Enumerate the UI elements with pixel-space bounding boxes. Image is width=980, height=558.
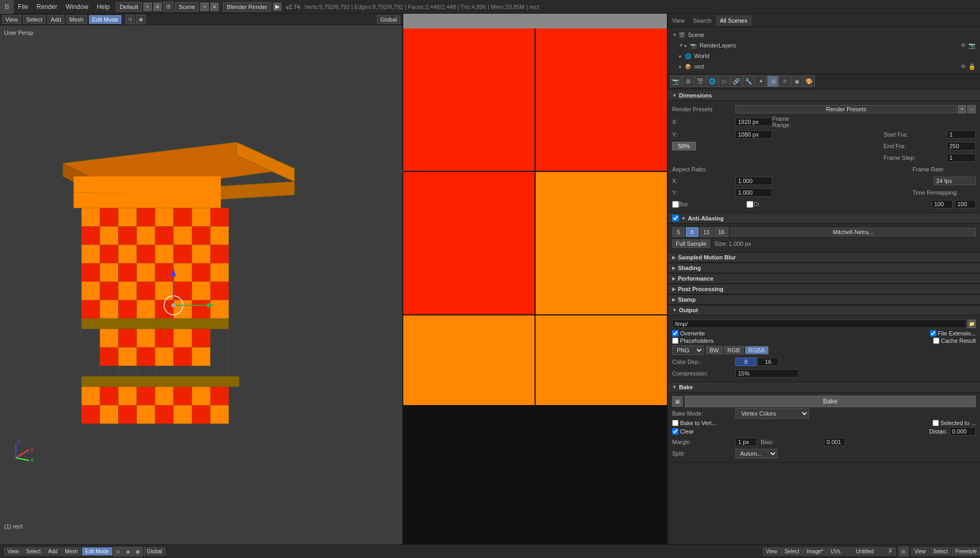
cache-result-checkbox[interactable] — [933, 338, 939, 344]
performance-header[interactable]: ▶ Performance — [668, 274, 980, 284]
resolution-y-input[interactable]: 1080 px — [735, 130, 772, 139]
add-menu[interactable]: Add — [47, 15, 64, 24]
prop-icon-materials[interactable]: ◉ — [791, 75, 803, 87]
clear-checkbox[interactable] — [672, 428, 678, 435]
output-path-input[interactable]: /tmp/ — [672, 320, 966, 328]
file-ext-checkbox[interactable] — [930, 330, 936, 336]
prop-icon-world[interactable]: 🌐 — [706, 75, 718, 87]
tree-item-rect[interactable]: ● 📦 rect 👁 🔒 — [668, 61, 980, 72]
rgba-btn[interactable]: RGBA — [745, 346, 769, 354]
start-frame-input[interactable]: 1 — [947, 130, 976, 139]
margin-input[interactable]: 1 px — [735, 438, 756, 446]
prop-icon-textures[interactable]: 🎨 — [803, 75, 815, 87]
mesh-menu[interactable]: Mesh — [66, 15, 87, 24]
bias-input[interactable]: 0.001 — [824, 438, 845, 446]
border-checkbox[interactable] — [672, 201, 679, 208]
dimensions-header[interactable]: ▼ Dimensions — [668, 91, 980, 101]
time-remap-old[interactable]: 100 — [932, 200, 953, 208]
stamp-header[interactable]: ▶ Stamp — [668, 295, 980, 305]
bb-untitled-btn[interactable]: Untitled — [845, 547, 885, 555]
menu-help[interactable]: Help — [92, 1, 114, 13]
render-presets-dropdown[interactable]: Render Presets — [735, 105, 957, 113]
bb-add-btn[interactable]: Add — [45, 547, 61, 555]
frame-rate-input[interactable]: 24 fps — [934, 177, 976, 185]
select-menu[interactable]: Select — [23, 15, 46, 24]
bb-view2-btn[interactable]: View — [911, 547, 929, 555]
aa-btn-8[interactable]: 8 — [686, 227, 698, 237]
presets-add[interactable]: + — [958, 105, 966, 113]
dist-input[interactable]: 0.000 — [949, 427, 976, 436]
bb-select2-btn[interactable]: Select — [930, 547, 951, 555]
presets-remove[interactable]: − — [967, 105, 976, 113]
bb-mesh-btn[interactable]: Mesh — [62, 547, 81, 555]
menu-window[interactable]: Window — [62, 1, 93, 13]
screen-select[interactable]: Default — [116, 2, 142, 12]
aa-btn-11[interactable]: 11 — [700, 227, 713, 237]
tab-all-scenes[interactable]: All Scenes — [716, 15, 752, 26]
anti-aliasing-header[interactable]: ▼ Anti-Aliasing — [668, 213, 980, 224]
render-engine[interactable]: Blender Render — [223, 2, 271, 12]
bake-header[interactable]: ▼ Bake — [668, 382, 980, 392]
bb-select-btn[interactable]: Select — [23, 547, 44, 555]
menu-render[interactable]: Render — [32, 1, 61, 13]
render-btn[interactable]: ▶ — [273, 3, 282, 11]
placeholders-checkbox[interactable] — [672, 338, 678, 344]
aspect-y-input[interactable]: 1.000 — [735, 188, 772, 197]
viewport-opt-1[interactable]: ⊙ — [125, 15, 135, 24]
output-path-browse[interactable]: 📁 — [967, 320, 976, 328]
aa-btn-5[interactable]: 5 — [672, 227, 685, 237]
tree-item-world[interactable]: ● 🌐 World — [668, 51, 980, 61]
bb-right-icon-1[interactable]: ⊞ — [899, 547, 908, 556]
bb-view-btn[interactable]: View — [4, 547, 22, 555]
selected-to-checkbox[interactable] — [933, 420, 939, 426]
rect-eye-icon[interactable]: 👁 — [960, 63, 966, 70]
bb-f-btn[interactable]: F — [886, 547, 895, 555]
renderlayers-toggle[interactable]: ▼ — [678, 43, 684, 48]
tab-view[interactable]: View — [668, 15, 689, 26]
prop-icon-modifiers[interactable]: 🔧 — [743, 75, 754, 87]
frame-step-input[interactable]: 1 — [947, 153, 976, 162]
prop-icon-layers[interactable]: ⊞ — [682, 75, 694, 87]
screen-remove[interactable]: ✕ — [153, 3, 162, 11]
aa-btn-16[interactable]: 16 — [714, 227, 728, 237]
output-header[interactable]: ▼ Output — [668, 305, 980, 315]
prop-icon-physics[interactable]: ⚛ — [779, 75, 791, 87]
smb-header[interactable]: ▶ Sampled Motion Blur — [668, 253, 980, 263]
bb-icon-1[interactable]: ⊙ — [113, 547, 123, 556]
bb-freestyle-btn[interactable]: Freestyle — [952, 547, 980, 555]
aa-method-select[interactable]: Mitchell-Netra... — [731, 228, 976, 236]
scene-remove[interactable]: ✕ — [210, 3, 219, 11]
bb-right-select[interactable]: Select — [781, 547, 802, 555]
tree-toggle[interactable]: ▼ — [672, 32, 677, 37]
menu-file[interactable]: File — [14, 1, 32, 13]
bake-to-vert-checkbox[interactable] — [672, 420, 678, 426]
bb-global-btn[interactable]: Global — [144, 547, 166, 555]
bake-icon-btn[interactable]: 🖥 — [672, 396, 683, 407]
tab-search[interactable]: Search — [689, 15, 716, 26]
overwrite-checkbox[interactable] — [672, 330, 678, 336]
bb-icon-2[interactable]: ◉ — [123, 547, 133, 556]
bb-icon-3[interactable]: ▣ — [133, 547, 143, 556]
rgb-btn[interactable]: RGB — [724, 346, 744, 354]
bake-button[interactable]: Bake — [685, 396, 976, 407]
color-depth-8[interactable]: 8 — [735, 358, 756, 366]
screen-add[interactable]: + — [143, 3, 152, 11]
view-menu[interactable]: View — [2, 15, 21, 24]
resolution-x-input[interactable]: 1920 px — [735, 118, 772, 126]
time-remap-new[interactable]: 100 — [955, 200, 976, 208]
tree-item-renderlayers[interactable]: ▼ ● 📷 RenderLayers 👁 📷 — [668, 40, 980, 51]
prop-icon-render[interactable]: 🖥 — [767, 75, 779, 87]
scene-select[interactable]: Scene — [175, 2, 199, 12]
color-depth-16[interactable]: 16 — [758, 358, 779, 366]
viewport-3d[interactable]: View Select Add Mesh Edit Mode ⊙ ◉ Globa… — [0, 14, 403, 544]
edit-mode-select[interactable]: Edit Mode — [89, 15, 122, 24]
viewport-opt-2[interactable]: ◉ — [136, 15, 145, 24]
scene-add[interactable]: + — [200, 3, 209, 11]
bb-right-view[interactable]: View — [763, 547, 781, 555]
bb-image-btn[interactable]: Image* — [803, 547, 827, 555]
prop-icon-scene[interactable]: 🎬 — [694, 75, 706, 87]
compression-input[interactable]: 15% — [735, 369, 799, 378]
global-local-toggle[interactable]: Global — [377, 15, 400, 24]
aspect-x-input[interactable]: 1.000 — [735, 177, 772, 185]
resolution-pct-btn[interactable]: 50% — [672, 142, 696, 150]
